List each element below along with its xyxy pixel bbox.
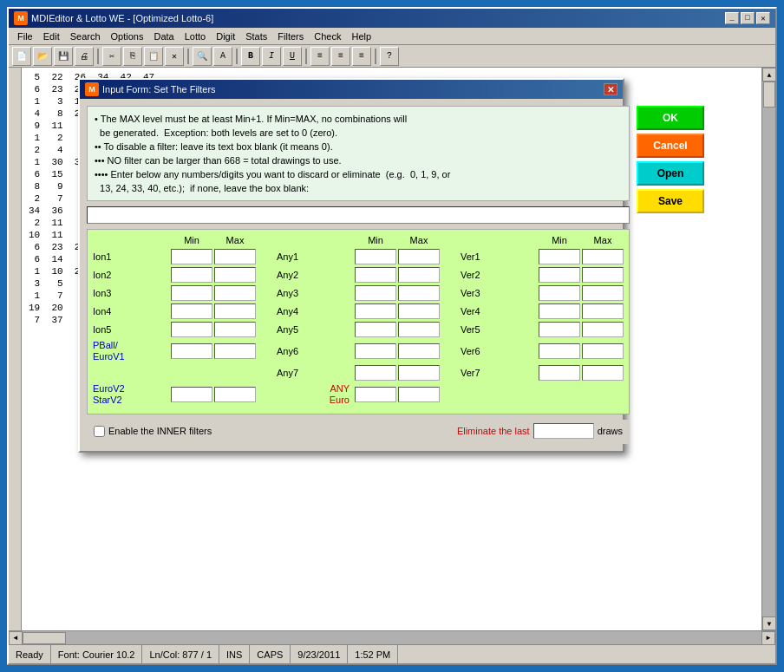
menu-stats[interactable]: Stats xyxy=(240,29,272,43)
any3-min[interactable] xyxy=(355,285,396,301)
ion4-min[interactable] xyxy=(171,303,212,319)
menu-digit[interactable]: Digit xyxy=(211,29,240,43)
any4-min[interactable] xyxy=(355,303,396,319)
label-pball: PBall/EuroV1 xyxy=(93,340,169,362)
any5-min[interactable] xyxy=(355,322,396,337)
underline-button[interactable]: U xyxy=(283,47,302,66)
print-button[interactable]: 🖨 xyxy=(75,47,94,66)
h-scrollbar-thumb[interactable] xyxy=(23,632,66,644)
eliminate-input[interactable] xyxy=(91,210,625,220)
any6-min[interactable] xyxy=(355,343,396,359)
scrollbar-track[interactable] xyxy=(762,82,775,617)
ver6-min[interactable] xyxy=(539,343,580,359)
label-any4: Any4 xyxy=(277,306,353,316)
ver2-min[interactable] xyxy=(539,267,580,283)
ver5-min[interactable] xyxy=(539,322,580,337)
find-button[interactable]: 🔍 xyxy=(193,47,212,66)
h-scrollbar-track[interactable] xyxy=(23,631,761,645)
menu-check[interactable]: Check xyxy=(309,29,346,43)
ver6-max[interactable] xyxy=(582,343,624,359)
ion5-min[interactable] xyxy=(171,322,212,337)
dialog-close-button[interactable]: ✕ xyxy=(604,83,617,95)
ion2-min[interactable] xyxy=(171,267,212,283)
ver5-max[interactable] xyxy=(582,322,624,337)
align-center-button[interactable]: ≡ xyxy=(331,47,350,66)
any7-min[interactable] xyxy=(355,365,396,381)
ion4-max[interactable] xyxy=(214,303,256,319)
copy-button[interactable]: ⎘ xyxy=(123,47,142,66)
cancel-button[interactable]: Cancel xyxy=(637,134,704,158)
right-scrollbar[interactable]: ▲ ▼ xyxy=(761,68,775,630)
separator5 xyxy=(375,49,376,64)
menu-data[interactable]: Data xyxy=(148,29,179,43)
ok-button[interactable]: OK xyxy=(637,106,704,130)
ion3-min[interactable] xyxy=(171,285,212,301)
menu-file[interactable]: File xyxy=(12,29,38,43)
scroll-right-button[interactable]: ► xyxy=(761,631,775,645)
ver7-max[interactable] xyxy=(582,365,624,381)
ver1-max[interactable] xyxy=(582,249,624,264)
any6-max[interactable] xyxy=(398,343,440,359)
any2-max[interactable] xyxy=(398,267,440,283)
maximize-button[interactable]: □ xyxy=(741,12,755,24)
paste-button[interactable]: 📋 xyxy=(144,47,163,66)
save-button[interactable]: 💾 xyxy=(54,47,73,66)
any1-min[interactable] xyxy=(355,249,396,264)
ver7-min[interactable] xyxy=(539,365,580,381)
inner-filters-label[interactable]: Enable the INNER filters xyxy=(94,426,212,437)
inner-filters-checkbox[interactable] xyxy=(94,426,105,437)
menu-lotto[interactable]: Lotto xyxy=(180,29,211,43)
menu-search[interactable]: Search xyxy=(65,29,106,43)
menu-filters[interactable]: Filters xyxy=(272,29,309,43)
ion3-max[interactable] xyxy=(214,285,256,301)
status-ins: INS xyxy=(219,645,250,663)
scroll-up-button[interactable]: ▲ xyxy=(762,68,775,82)
ver1-min[interactable] xyxy=(539,249,580,264)
ion1-max[interactable] xyxy=(214,249,256,264)
any1-max[interactable] xyxy=(398,249,440,264)
time-text: 1:52 PM xyxy=(355,649,390,660)
bottom-scrollbar[interactable]: ◄ ► xyxy=(9,630,775,644)
any7-max[interactable] xyxy=(398,365,440,381)
scrollbar-thumb[interactable] xyxy=(763,82,775,108)
cut-button[interactable]: ✂ xyxy=(102,47,121,66)
ion2-max[interactable] xyxy=(214,267,256,283)
pball-min[interactable] xyxy=(171,343,212,359)
eliminate-last-input[interactable] xyxy=(533,423,594,439)
eurov2-max[interactable] xyxy=(214,387,256,402)
open-button[interactable]: 📂 xyxy=(33,47,52,66)
scroll-down-button[interactable]: ▼ xyxy=(762,617,775,630)
any2-min[interactable] xyxy=(355,267,396,283)
italic-button[interactable]: I xyxy=(262,47,281,66)
help-toolbar-button[interactable]: ? xyxy=(380,47,399,66)
eurov2-min[interactable] xyxy=(171,387,212,402)
menu-edit[interactable]: Edit xyxy=(38,29,65,43)
ver4-min[interactable] xyxy=(539,303,580,319)
new-button[interactable]: 📄 xyxy=(12,47,31,66)
anyeuro-min[interactable] xyxy=(355,387,396,402)
ver4-max[interactable] xyxy=(582,303,624,319)
menu-help[interactable]: Help xyxy=(346,29,376,43)
menu-options[interactable]: Options xyxy=(106,29,149,43)
any4-max[interactable] xyxy=(398,303,440,319)
close-button[interactable]: ✕ xyxy=(756,12,770,24)
bold-button[interactable]: B xyxy=(241,47,260,66)
ion1-min[interactable] xyxy=(171,249,212,264)
anyeuro-max[interactable] xyxy=(398,387,440,402)
open-dialog-button[interactable]: Open xyxy=(637,161,704,186)
format-button[interactable]: A xyxy=(213,47,232,66)
dialog-title-text: Input Form: Set The Filters xyxy=(102,84,216,95)
ion5-max[interactable] xyxy=(214,322,256,337)
pball-max[interactable] xyxy=(214,343,256,359)
any5-max[interactable] xyxy=(398,322,440,337)
align-right-button[interactable]: ≡ xyxy=(352,47,371,66)
ver3-min[interactable] xyxy=(539,285,580,301)
align-left-button[interactable]: ≡ xyxy=(310,47,330,66)
delete-button[interactable]: ✕ xyxy=(165,47,184,66)
ver3-max[interactable] xyxy=(582,285,624,301)
ver2-max[interactable] xyxy=(582,267,624,283)
scroll-left-button[interactable]: ◄ xyxy=(9,631,23,645)
any3-max[interactable] xyxy=(398,285,440,301)
minimize-button[interactable]: _ xyxy=(725,12,739,24)
save-dialog-button[interactable]: Save xyxy=(637,189,704,213)
